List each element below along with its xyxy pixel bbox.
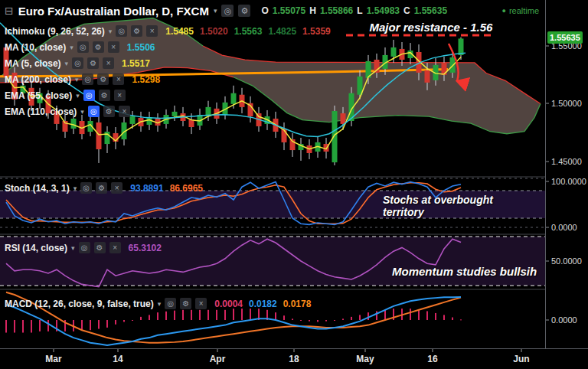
indicator-label[interactable]: Ichimoku (9, 26, 52, 26) [5,26,105,37]
gear-icon[interactable]: ⚙ [97,73,109,85]
senkou-b-value: 1.4825 [268,26,296,37]
close-icon[interactable]: × [103,57,114,69]
eye-icon[interactable]: ◎ [82,73,93,85]
chart-header: ⊟ Euro Fx/Australian Dollar, D, FXCM ▾ ◎… [0,0,545,21]
chevron-down-icon[interactable]: ▾ [109,28,113,35]
stoch-annotation[interactable]: Stochs at overbought territory [383,194,513,218]
chevron-down-icon[interactable]: ▾ [75,76,79,83]
price-axis-label: 0.0000 [551,315,577,325]
gear-icon[interactable]: ⚙ [96,182,107,194]
gear-icon[interactable]: ⚙ [103,106,115,117]
gear-icon[interactable]: ⚙ [93,41,104,53]
time-axis-label: 16 [427,354,437,364]
time-axis-label: 18 [289,354,299,364]
axis-tick [546,103,549,104]
eye-icon[interactable]: ◎ [165,298,176,309]
price-axis-label: 1.45000 [551,157,582,166]
indicator-row-ma200[interactable]: MA (200, close) ▾ ◎ ⚙ × 1.5298 [5,73,160,86]
gear-icon[interactable]: ⚙ [99,90,110,101]
indicator-row-ma10[interactable]: MA (10, close) ▾ ◎ ⚙ × 1.5506 [5,41,155,54]
ma200-value: 1.5298 [132,74,160,85]
chevron-down-icon[interactable]: ▾ [65,60,69,67]
chevron-down-icon[interactable]: ▾ [70,44,74,51]
chevron-down-icon[interactable]: ▾ [158,300,162,308]
chikou-value: 1.5359 [302,26,331,37]
close-icon[interactable]: × [113,73,124,85]
axis-tick [546,181,549,182]
close-icon[interactable]: × [119,106,130,117]
indicator-row-macd[interactable]: MACD (12, 26, close, 9, false, true) ▾ ◎… [5,297,311,310]
indicator-label[interactable]: EMA (55, close) [5,90,72,101]
indicator-label[interactable]: Stoch (14, 3, 1) [5,183,70,194]
indicator-values: 1.5485 1.5020 1.5563 1.4825 1.5359 [165,26,331,37]
axis-tick [546,162,549,162]
indicator-label[interactable]: MACD (12, 26, close, 9, false, true) [5,299,154,309]
symbol-title[interactable]: Euro Fx/Australian Dollar, D, FXCM [18,5,209,18]
price-axis-label: 1.50000 [551,99,582,108]
gear-icon[interactable]: ⚙ [87,57,99,69]
indicator-label[interactable]: RSI (14, close) [5,243,67,253]
time-axis[interactable]: Mar14Apr18May16Jun [0,348,588,369]
time-axis-label: Mar [45,354,61,364]
time-tick [217,349,218,352]
indicator-row-ma5[interactable]: MA (5, close) ▾ ◎ ⚙ × 1.5517 [5,57,150,70]
close-icon[interactable]: × [111,182,122,194]
indicator-row-ichimoku[interactable]: Ichimoku (9, 26, 52, 26) ▾ ◎ ⚙ × 1.5485 … [5,24,331,38]
time-axis-label: May [356,354,374,364]
close-icon[interactable]: × [108,41,119,53]
macd-hist-value: 0.0004 [214,299,243,309]
gear-icon[interactable]: ⚙ [238,5,250,17]
close-icon[interactable]: × [195,298,207,309]
gear-icon[interactable]: ⚙ [180,298,191,309]
stoch-annotation-line1: Stochs at overbought [383,194,513,206]
chevron-down-icon[interactable]: ▾ [74,184,77,192]
gear-icon[interactable]: ⚙ [131,25,142,37]
axis-tick [546,46,549,47]
macd-line-value: 0.0182 [249,299,277,309]
eye-icon[interactable]: ◎ [88,106,100,117]
realtime-status: ● realtime [501,6,539,15]
chevron-down-icon[interactable]: ▾ [76,92,80,100]
indicator-row-ema110[interactable]: EMA (110, close) ▾ ◎ ⚙ × [5,105,130,118]
collapse-icon[interactable]: ⊟ [5,5,14,16]
low-label: L [357,5,362,16]
close-icon[interactable]: × [146,25,158,37]
eye-icon[interactable]: ◎ [77,41,89,53]
price-axis-label: 0.0000 [551,223,577,232]
eye-icon[interactable]: ◎ [83,90,95,101]
time-tick [365,349,366,352]
close-icon[interactable]: × [109,242,121,253]
high-label: H [309,5,316,16]
time-tick [294,349,295,352]
price-axis-label: 100.0000 [551,177,586,186]
ma5-value: 1.5517 [122,58,150,69]
stoch-d-value: 86.6965 [170,183,203,194]
eye-icon[interactable]: ◎ [80,182,92,194]
eye-icon[interactable]: ◎ [72,57,83,69]
gear-icon[interactable]: ⚙ [94,242,106,253]
chevron-down-icon[interactable]: ▾ [80,108,84,116]
chevron-down-icon[interactable]: ▾ [71,244,75,252]
eye-icon[interactable]: ◎ [79,242,90,253]
time-axis-label: 14 [113,354,122,364]
indicator-row-stoch[interactable]: Stoch (14, 3, 1) ▾ ◎ ⚙ × 93.8891 86.6965 [5,181,203,194]
rsi-annotation[interactable]: Momentum studies bullsih [392,265,576,278]
indicator-label[interactable]: MA (5, close) [5,58,61,69]
indicator-row-ema55[interactable]: EMA (55, close) ▾ ◎ ⚙ × [5,89,126,102]
indicator-label[interactable]: MA (200, close) [5,74,71,85]
eye-icon[interactable]: ◎ [116,25,127,37]
tenkan-value: 1.5485 [165,26,194,37]
price-axis[interactable]: 1.550001.500001.45000100.00000.000050.00… [545,0,588,348]
stoch-annotation-line2: territory [383,206,513,218]
indicator-label[interactable]: EMA (110, close) [5,106,77,117]
resistance-annotation[interactable]: Major resistance - 1.56 [351,21,511,34]
close-icon[interactable]: × [114,90,126,101]
indicator-row-rsi[interactable]: RSI (14, close) ▾ ◎ ⚙ × 65.3102 [5,241,162,254]
eye-icon[interactable]: ◎ [221,5,234,17]
last-price-badge: 1.55635 [547,31,583,44]
realtime-label: realtime [509,6,539,15]
stoch-k-value: 93.8891 [130,183,163,194]
close-label: C [403,5,410,16]
chevron-down-icon[interactable]: ▾ [214,7,217,15]
indicator-label[interactable]: MA (10, close) [5,42,66,53]
